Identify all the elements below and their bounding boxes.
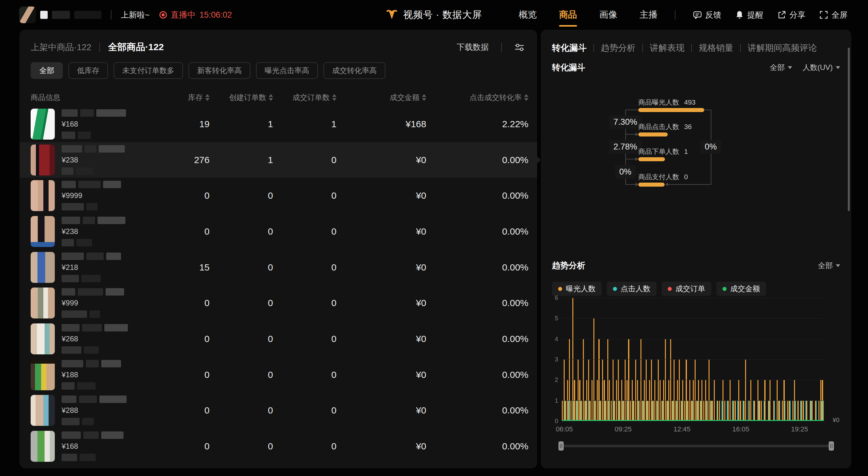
created-orders-value: 0 [210,226,273,237]
stock-value: 19 [163,119,210,129]
column-header-5[interactable]: 点击成交转化率 [426,93,528,102]
product-price: ¥288 [62,406,127,415]
sort-icon[interactable] [205,94,210,101]
column-header-3[interactable]: 成交订单数 [273,93,337,102]
product-row-10[interactable]: ¥168000¥00.00% [20,429,537,464]
nav-item-2[interactable]: 画像 [599,9,617,21]
product-image [31,287,55,318]
legend-item-2[interactable]: 成交订单 [661,282,711,296]
exposure-bar [647,401,648,421]
product-row-5[interactable]: ¥2181500¥00.00% [20,249,537,285]
share-button[interactable]: 分享 [777,9,805,21]
created-orders-value: 0 [210,370,273,380]
product-info: ¥168 [31,431,163,462]
gridline [562,298,824,298]
exposure-bar [635,359,636,421]
sort-icon[interactable] [524,94,528,101]
exposure-bar [600,401,601,421]
slider-handle-left[interactable] [558,441,564,451]
product-info: ¥238 [31,145,163,176]
censored-product-name [62,432,124,439]
product-row-4[interactable]: ¥238000¥00.00% [20,214,537,249]
filter-chip-4[interactable]: 曝光点击率高 [256,62,318,79]
product-text: ¥268 [62,324,128,354]
deal-amount-value: ¥0 [337,226,426,237]
nav-item-0[interactable]: 概览 [519,9,537,21]
censor-block [85,145,96,153]
tab-on-shelf-products[interactable]: 上架中商品·122 [31,41,91,53]
product-text: ¥238 [62,145,125,175]
column-header-1[interactable]: 库存 [163,93,210,102]
exposure-bar [745,359,746,421]
exposure-bar [740,401,741,421]
censored-account-name [74,11,101,19]
product-row-6[interactable]: ¥999000¥00.00% [20,285,537,321]
censor-block [82,275,101,282]
nav-item-3[interactable]: 主播 [640,9,657,21]
legend-item-1[interactable]: 点击人数 [607,282,657,296]
filter-chip-3[interactable]: 新客转化率高 [188,62,250,79]
product-price: ¥999 [62,299,124,307]
fullscreen-button[interactable]: 全屏 [819,9,847,21]
tab-all-products[interactable]: 全部商品·122 [108,41,164,54]
filter-chip-0[interactable]: 全部 [31,62,63,79]
exposure-bar [719,401,720,421]
slider-handle-right[interactable] [829,441,834,451]
product-row-1[interactable]: ¥1681911¥1682.22% [20,106,537,142]
trend-legend: 曝光人数点击人数成交订单成交金额 [552,282,766,296]
download-data-button[interactable]: 下载数据 [457,42,489,53]
product-row-9[interactable]: ¥288000¥00.00% [20,393,537,429]
product-image [31,145,55,176]
conversion-rate-value: 0.00% [426,190,528,201]
exposure-bar [749,401,750,421]
funnel-step-label: 商品点击人数36 [638,122,691,131]
y-axis-tick: 6 [549,294,558,302]
exposure-bar [653,401,653,421]
sort-icon[interactable] [269,94,273,101]
product-text: ¥999 [62,288,124,318]
column-header-4[interactable]: 成交金额 [337,93,426,102]
nav-item-1[interactable]: 商品 [559,9,577,21]
sort-icon[interactable] [332,94,337,101]
exposure-bar [782,401,783,421]
avatar[interactable] [19,6,36,23]
trend-scope-select[interactable]: 全部 [818,261,840,271]
product-price: ¥168 [62,120,126,128]
exposure-bar [801,401,802,421]
product-row-8[interactable]: ¥188000¥00.00% [20,357,537,393]
filter-chip-2[interactable]: 未支付订单数多 [114,62,183,79]
censored-product-name [62,181,121,188]
live-data-dashboard: 上新啦~ 直播中 15:06:02 视频号 · 数据大屏 概览商品画像主播 反馈… [0,0,868,476]
censored-product-name [62,253,121,260]
funnel-arrow-icon [636,132,638,136]
censor-block [80,109,94,117]
legend-item-3[interactable]: 成交金额 [716,282,766,296]
exposure-bar [712,401,713,421]
column-header-0: 商品信息 [31,93,163,102]
censor-block [84,346,99,354]
censored-product-tag [62,275,121,282]
column-header-2[interactable]: 创建订单数 [210,93,273,102]
divider [675,10,676,20]
time-range-slider[interactable] [559,445,833,447]
filter-chip-5[interactable]: 成交转化率高 [323,62,385,79]
bell-button[interactable]: 提醒 [735,9,763,21]
censor-block [62,346,82,354]
legend-dot [558,287,562,291]
funnel-connector [625,159,636,159]
feedback-button[interactable]: 反馈 [693,9,721,21]
click-bar [823,401,824,421]
censor-block [62,275,79,282]
trend-chart: ¥0 0123456 [562,298,824,421]
product-row-2[interactable]: ¥23827610¥00.00% [20,142,537,178]
exposure-bar [798,401,798,421]
sort-icon[interactable] [422,94,426,101]
product-row-7[interactable]: ¥268000¥00.00% [20,321,537,357]
censor-block [97,217,125,224]
product-text: ¥238 [62,217,125,246]
table-settings-icon[interactable] [514,42,525,53]
filter-chip-1[interactable]: 低库存 [68,62,108,79]
legend-item-0[interactable]: 曝光人数 [552,282,602,296]
censor-block [62,324,80,331]
product-row-3[interactable]: ¥9999000¥00.00% [20,178,537,214]
